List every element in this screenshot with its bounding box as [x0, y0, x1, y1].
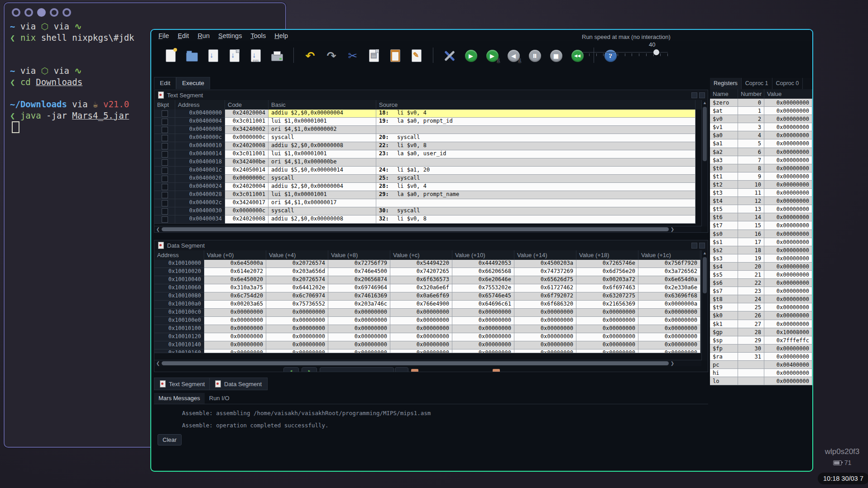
register-value-cell[interactable]: 0x00000000 — [764, 107, 812, 115]
value-cell[interactable]: 0x00000000 — [638, 341, 700, 349]
breakpoint-checkbox[interactable] — [162, 135, 168, 141]
open-file-button-icon[interactable] — [184, 48, 200, 64]
source-cell[interactable]: 19:la $a0, prompt_id — [376, 118, 695, 126]
register-value-cell[interactable]: 0x00000000 — [764, 115, 812, 123]
breakpoint-checkbox[interactable] — [162, 119, 168, 125]
value-cell[interactable]: 0x00000000 — [390, 325, 452, 333]
register-value-cell[interactable]: 0x00000000 — [764, 197, 812, 205]
register-value-cell[interactable]: 0x00000000 — [764, 172, 812, 181]
value-cell[interactable]: 0x203a746c — [328, 301, 390, 309]
register-value-cell[interactable]: 0x00000000 — [764, 99, 812, 107]
bkpt-cell[interactable] — [154, 126, 175, 134]
code-cell[interactable]: 0x3c011001 — [225, 118, 269, 126]
bkpt-cell[interactable] — [154, 207, 175, 215]
register-value-cell[interactable]: 0x00000000 — [764, 263, 812, 271]
bkpt-cell[interactable] — [154, 167, 175, 175]
tab-run-i-o[interactable]: Run I/O — [205, 393, 234, 404]
value-cell[interactable]: 0x74207265 — [390, 268, 452, 276]
value-cell[interactable]: 0x2e330a6e — [638, 284, 700, 292]
value-cell[interactable]: 0x00000000 — [204, 349, 266, 353]
value-cell[interactable]: 0x766e4900 — [390, 301, 452, 309]
breakpoint-checkbox[interactable] — [162, 216, 168, 223]
value-cell[interactable]: 0x21656369 — [576, 301, 638, 309]
value-cell[interactable]: 0x54494220 — [390, 260, 452, 268]
bkpt-cell[interactable] — [154, 183, 175, 191]
terminal-dot[interactable] — [24, 8, 33, 17]
code-cell[interactable]: 0x24020008 — [225, 142, 269, 150]
register-value-cell[interactable]: 0x00000000 — [764, 189, 812, 197]
basic-cell[interactable]: addiu $2,$0,0x00000008 — [269, 215, 376, 224]
basic-cell[interactable]: addiu $2,$0,0x00000004 — [269, 183, 376, 191]
menu-edit[interactable]: Edit — [177, 32, 189, 39]
save-as-button-icon[interactable]: ↓ — [227, 48, 242, 64]
breakpoint-checkbox[interactable] — [162, 200, 168, 206]
code-cell[interactable]: 0x342400be — [225, 158, 269, 167]
source-cell[interactable]: 32:li $v0, 8 — [376, 215, 695, 224]
bkpt-cell[interactable] — [154, 110, 175, 118]
value-cell[interactable]: 0x746e4500 — [328, 268, 390, 276]
scroll-right-icon[interactable]: ❯ — [669, 361, 676, 366]
register-value-cell[interactable]: 0x00000000 — [764, 320, 812, 328]
source-cell[interactable]: 29:la $a0, prompt_name — [376, 191, 695, 199]
source-cell[interactable] — [376, 158, 695, 167]
bkpt-cell[interactable] — [154, 191, 175, 199]
code-cell[interactable]: 0x0000000c — [225, 207, 269, 215]
basic-cell[interactable]: ori $4,$1,0x000000be — [269, 158, 376, 167]
hex-values-checkbox[interactable] — [493, 369, 500, 372]
code-cell[interactable]: 0x34240017 — [225, 199, 269, 207]
value-cell[interactable]: 0x00000000 — [266, 325, 328, 333]
code-cell[interactable]: 0x0000000c — [225, 134, 269, 142]
vscroll-thumb[interactable] — [703, 107, 707, 161]
register-value-cell[interactable]: 0x00000000 — [764, 254, 812, 263]
value-cell[interactable]: 0x72756f79 — [328, 260, 390, 268]
tab-registers[interactable]: Registers — [710, 78, 742, 89]
assemble-button-icon[interactable] — [442, 48, 457, 64]
basic-cell[interactable]: syscall — [269, 175, 376, 183]
value-cell[interactable]: 0x00000000 — [514, 317, 576, 325]
basic-cell[interactable]: ori $4,$1,0x00000002 — [269, 126, 376, 134]
code-cell[interactable]: 0x24050014 — [225, 167, 269, 175]
value-cell[interactable]: 0x44492053 — [452, 260, 514, 268]
code-cell[interactable]: 0x3c011001 — [225, 191, 269, 199]
stop-button-icon[interactable]: ■ — [548, 48, 564, 64]
source-cell[interactable]: 28:li $v0, 4 — [376, 183, 695, 191]
tab-execute[interactable]: Execute — [176, 77, 210, 89]
undo-button-icon[interactable]: ↶ — [302, 48, 318, 64]
value-cell[interactable]: 0x63696f68 — [638, 292, 700, 301]
data-segment-vscrollbar[interactable]: ▲ — [701, 250, 708, 360]
pause-button-icon[interactable]: Ⅱ — [527, 48, 542, 64]
value-cell[interactable]: 0x00000000 — [576, 309, 638, 317]
panel-window-buttons[interactable] — [691, 243, 705, 249]
value-cell[interactable]: 0x00000000 — [576, 317, 638, 325]
register-value-cell[interactable]: 0x00000000 — [764, 238, 812, 246]
register-value-cell[interactable]: 0x00000000 — [764, 369, 812, 377]
value-cell[interactable]: 0x00000000 — [328, 309, 390, 317]
value-cell[interactable]: 0x00000000 — [576, 341, 638, 349]
source-cell[interactable]: 30:syscall — [376, 207, 695, 215]
code-cell[interactable]: 0x24020008 — [225, 215, 269, 224]
run-step-button-icon[interactable]: ▶1 — [484, 48, 500, 64]
code-cell[interactable]: 0x0000000c — [225, 175, 269, 183]
terminal-dot[interactable] — [50, 8, 58, 17]
value-cell[interactable]: 0x00000000 — [576, 325, 638, 333]
hscroll-thumb[interactable] — [162, 227, 669, 231]
value-cell[interactable]: 0x00000000 — [328, 341, 390, 349]
value-cell[interactable]: 0x00000000 — [390, 317, 452, 325]
value-cell[interactable]: 0x20656874 — [328, 276, 390, 284]
value-cell[interactable]: 0x6e20646e — [452, 276, 514, 284]
register-value-cell[interactable]: 0x00000000 — [764, 230, 812, 238]
value-cell[interactable]: 0x63207275 — [576, 292, 638, 301]
data-next-button[interactable]: ▸ — [302, 367, 317, 372]
slider-knob[interactable] — [653, 49, 659, 55]
value-cell[interactable]: 0x6c706974 — [266, 292, 328, 301]
value-cell[interactable]: 0x310a3a75 — [204, 284, 266, 292]
code-cell[interactable]: 0x24020004 — [225, 110, 269, 118]
value-cell[interactable]: 0x6d756e20 — [576, 268, 638, 276]
value-cell[interactable]: 0x00000000 — [328, 317, 390, 325]
value-cell[interactable]: 0x6c754d20 — [204, 292, 266, 301]
clear-button[interactable]: Clear — [158, 434, 182, 445]
scroll-left-icon[interactable]: ❮ — [154, 227, 162, 232]
value-cell[interactable]: 0x6f636573 — [390, 276, 452, 284]
value-cell[interactable]: 0x20726574 — [266, 276, 328, 284]
bkpt-cell[interactable] — [154, 215, 175, 224]
